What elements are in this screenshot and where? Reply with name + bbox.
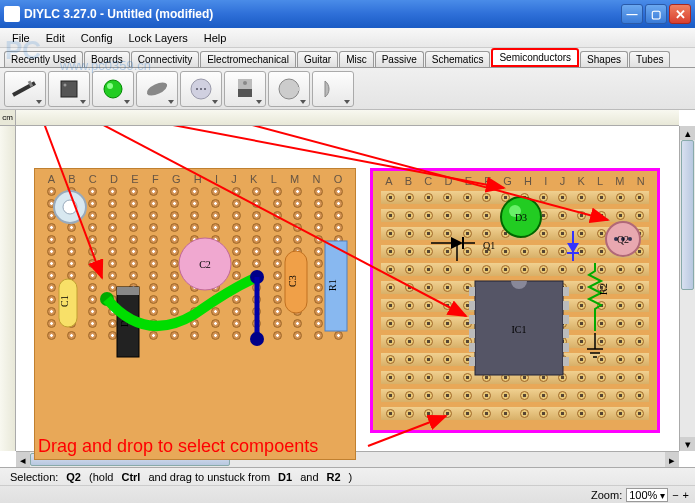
led-tool[interactable] (92, 71, 134, 107)
tab-tubes[interactable]: Tubes (629, 51, 670, 67)
zoom-select[interactable]: 100% ▾ (626, 488, 668, 502)
hint-open: (hold (85, 471, 117, 483)
menu-file[interactable]: File (4, 30, 38, 46)
menu-help[interactable]: Help (196, 30, 235, 46)
hint-d1: D1 (274, 471, 296, 483)
board2-strips (377, 191, 653, 424)
selection-label: Selection: (6, 471, 62, 483)
transistor-half-icon (321, 77, 345, 101)
svg-point-5 (107, 83, 113, 89)
ic-icon (57, 77, 81, 101)
board2-col-labels: ABCDEFGHIJKLMN (379, 175, 651, 187)
hint-and: and (296, 471, 322, 483)
led-icon (101, 77, 125, 101)
svg-point-4 (104, 80, 122, 98)
workspace: cm ◂ ▸ ▴ ▾ ABCDEFGHIJKLMNO C1 D2 (0, 110, 695, 467)
scroll-right-arrow[interactable]: ▸ (665, 452, 679, 467)
tab-misc[interactable]: Misc (339, 51, 374, 67)
tab-recently-used[interactable]: Recently Used (4, 51, 83, 67)
diode-tool[interactable] (4, 71, 46, 107)
ruler-vertical (0, 126, 16, 451)
ruler-unit: cm (0, 110, 16, 126)
zoom-in-button[interactable]: + (683, 489, 689, 501)
transistor-half-tool[interactable] (312, 71, 354, 107)
transistor-round-tool[interactable] (268, 71, 310, 107)
perfboard-left[interactable]: ABCDEFGHIJKLMNO C1 D2 C2 (34, 168, 356, 460)
app-icon (4, 6, 20, 22)
tab-boards[interactable]: Boards (84, 51, 130, 67)
svg-rect-12 (238, 89, 252, 97)
svg-rect-2 (61, 81, 77, 97)
zoom-label: Zoom: (591, 489, 622, 501)
hint-r2: R2 (323, 471, 345, 483)
tab-connectivity[interactable]: Connectivity (131, 51, 199, 67)
diode-icon (11, 79, 39, 99)
window-titlebar: DIYLC 3.27.0 - Untitled (modified) — ▢ ✕ (0, 0, 695, 28)
svg-point-6 (145, 79, 169, 97)
minimize-button[interactable]: — (621, 4, 643, 24)
to220-icon (235, 77, 255, 101)
tab-semiconductors[interactable]: Semiconductors (491, 48, 579, 67)
component-toolbar (0, 68, 695, 110)
to92-icon (189, 77, 213, 101)
statusbar: Selection: Q2 (hold Ctrl and drag to uns… (0, 467, 695, 503)
transistor-to220-tool[interactable] (224, 71, 266, 107)
tab-shapes[interactable]: Shapes (580, 51, 628, 67)
tab-schematics[interactable]: Schematics (425, 51, 491, 67)
zoom-out-button[interactable]: − (672, 489, 678, 501)
resistor-icon (143, 79, 171, 99)
resistor-tool[interactable] (136, 71, 178, 107)
transistor-to92-tool[interactable] (180, 71, 222, 107)
svg-rect-15 (297, 87, 300, 91)
hint-close: ) (345, 471, 357, 483)
design-canvas[interactable]: ABCDEFGHIJKLMNO C1 D2 C2 (16, 126, 679, 451)
annotation-text: Drag and drop to select compoents (38, 436, 318, 457)
scroll-up-arrow[interactable]: ▴ (680, 126, 695, 140)
maximize-button[interactable]: ▢ (645, 4, 667, 24)
menubar: File Edit Config Lock Layers Help (0, 28, 695, 48)
svg-point-8 (196, 88, 198, 90)
scroll-down-arrow[interactable]: ▾ (680, 437, 695, 451)
hint-mid: and drag to unstuck from (144, 471, 274, 483)
scrollbar-vertical[interactable]: ▴ ▾ (679, 126, 695, 451)
window-title: DIYLC 3.27.0 - Untitled (modified) (24, 7, 621, 21)
svg-point-13 (243, 81, 247, 85)
board1-col-labels: ABCDEFGHIJKLMNO (41, 173, 349, 185)
transistor-round-icon (277, 77, 301, 101)
stripboard-right[interactable]: ABCDEFGHIJKLMN D3 Q1 (370, 168, 660, 433)
menu-config[interactable]: Config (73, 30, 121, 46)
tab-guitar[interactable]: Guitar (297, 51, 338, 67)
svg-point-3 (64, 83, 67, 86)
svg-point-14 (279, 79, 299, 99)
category-tabs: Recently Used Boards Connectivity Electr… (0, 48, 695, 68)
tab-electromechanical[interactable]: Electromechanical (200, 51, 296, 67)
menu-edit[interactable]: Edit (38, 30, 73, 46)
selection-value: Q2 (62, 471, 85, 483)
menu-lock-layers[interactable]: Lock Layers (121, 30, 196, 46)
hint-ctrl: Ctrl (117, 471, 144, 483)
scroll-left-arrow[interactable]: ◂ (16, 452, 30, 467)
svg-point-10 (204, 88, 206, 90)
svg-point-9 (200, 88, 202, 90)
board1-holes (41, 187, 349, 453)
ruler-horizontal (16, 110, 679, 126)
ic-tool[interactable] (48, 71, 90, 107)
close-button[interactable]: ✕ (669, 4, 691, 24)
tab-passive[interactable]: Passive (375, 51, 424, 67)
scroll-v-thumb[interactable] (681, 140, 694, 290)
